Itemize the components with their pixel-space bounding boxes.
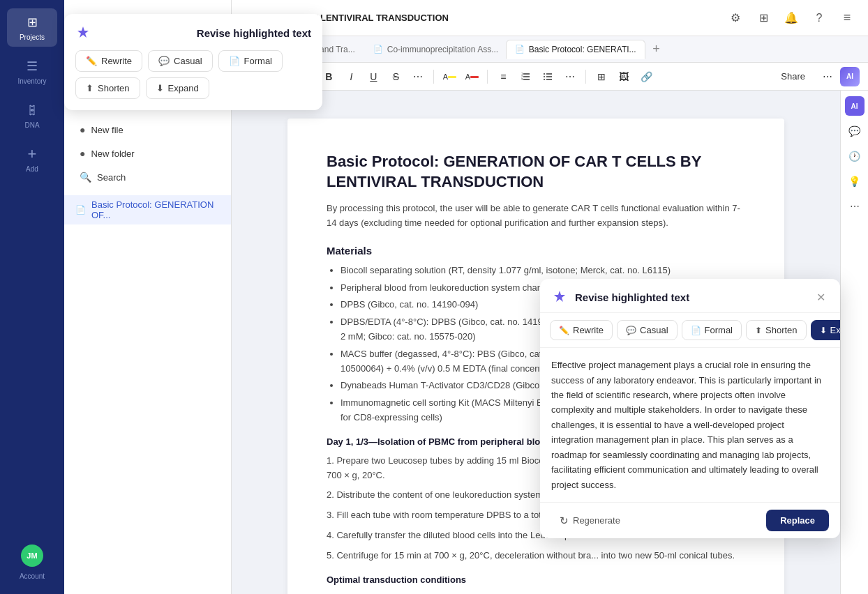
toolbar-divider-4 <box>585 70 586 84</box>
new-file-icon: ● <box>80 124 85 135</box>
new-file-label: New file <box>91 125 123 135</box>
optimal-heading: Optimal transduction conditions <box>327 574 745 585</box>
help-icon[interactable]: ? <box>809 8 829 28</box>
expand-icon-top: ⬇ <box>156 83 164 93</box>
revise-panel-title: Revise highlighted text <box>197 27 311 39</box>
shorten-dialog-button[interactable]: ⬆ Shorten <box>746 320 807 340</box>
more-right-icon[interactable]: ⋯ <box>845 197 865 216</box>
revise-dialog-title: Revise highlighted text <box>575 291 805 303</box>
italic-button[interactable]: I <box>341 67 361 86</box>
revise-dialog-text: Effective project management plays a cru… <box>551 358 829 492</box>
table-button[interactable]: ⊞ <box>592 67 611 86</box>
tab-3-icon: 📄 <box>515 45 525 54</box>
share-button[interactable]: Share <box>771 67 815 86</box>
image-button[interactable]: 🖼 <box>614 67 634 86</box>
expand-button-top[interactable]: ⬇ Expand <box>146 77 209 99</box>
rewrite-label-top: Rewrite <box>101 56 132 66</box>
projects-label: Projects <box>20 33 45 41</box>
ai-toolbar-button[interactable]: AI <box>840 67 860 86</box>
tab-2-label: Co-immunoprecipitation Ass... <box>387 45 498 54</box>
formal-dialog-icon: 📄 <box>691 326 701 335</box>
doc-title: Basic Protocol: GENERATION OF CAR T CELL… <box>327 152 745 192</box>
revise-dialog-ai-icon <box>551 289 568 305</box>
formal-dialog-label: Formal <box>705 325 733 335</box>
lightbulb-icon[interactable]: 💡 <box>845 172 865 191</box>
top-bar: CAR T CELLS BY LENTIVIRAL TRANSDUCTION ⚙… <box>232 0 868 36</box>
materials-heading: Materials <box>327 245 745 257</box>
casual-dialog-button[interactable]: 💬 Casual <box>617 320 677 340</box>
casual-label-top: Casual <box>174 56 202 66</box>
highlight-button[interactable]: A <box>440 67 459 86</box>
casual-button-top[interactable]: 💬 Casual <box>148 50 212 72</box>
shorten-icon-top: ⬆ <box>86 83 93 93</box>
sidebar-item-add[interactable]: + Add <box>7 140 57 178</box>
expand-dialog-button[interactable]: ⬇ Expand <box>811 320 840 340</box>
toolbar-divider-3 <box>487 70 488 84</box>
right-sidebar: AI 💬 🕐 💡 ⋯ <box>840 91 868 594</box>
svg-point-12 <box>544 79 545 80</box>
dna-icon <box>24 102 40 119</box>
tab-3-label: Basic Protocol: GENERATI... <box>529 45 636 54</box>
file-name: Basic Protocol: GENERATION OF... <box>91 199 220 220</box>
shorten-button-top[interactable]: ⬆ Shorten <box>75 77 140 99</box>
more-list-button[interactable]: ⋯ <box>560 67 580 86</box>
link-button[interactable]: 🔗 <box>636 67 656 86</box>
align-button[interactable]: ≡ <box>493 67 513 86</box>
add-tab-button[interactable]: + <box>647 40 666 59</box>
revise-dialog: Revise highlighted text ✕ ✏️ Rewrite 💬 C… <box>540 279 840 538</box>
formal-dialog-button[interactable]: 📄 Formal <box>682 320 742 340</box>
replace-button[interactable]: Replace <box>766 510 829 531</box>
account-label: Account <box>20 572 45 580</box>
strikethrough-button[interactable]: S <box>386 67 405 86</box>
inventory-icon: ☰ <box>24 58 40 75</box>
search-button[interactable]: 🔍 Search <box>73 167 223 187</box>
bell-icon[interactable]: 🔔 <box>781 8 801 28</box>
rewrite-dialog-icon: ✏️ <box>559 326 569 335</box>
rewrite-dialog-button[interactable]: ✏️ Rewrite <box>550 320 613 340</box>
rewrite-button-top[interactable]: ✏️ Rewrite <box>75 50 142 72</box>
revise-buttons-row-1: ✏️ Rewrite 💬 Casual 📄 Formal <box>75 50 311 72</box>
tab-2-icon: 📄 <box>373 45 383 54</box>
sidebar-item-projects[interactable]: ⊞ Projects <box>7 8 57 47</box>
ai-panel-icon[interactable]: AI <box>845 96 865 116</box>
more-options-button[interactable]: ⋯ <box>818 67 837 86</box>
expand-label-top: Expand <box>168 83 199 93</box>
history-icon[interactable]: 🕐 <box>845 146 865 166</box>
underline-button[interactable]: U <box>364 67 383 86</box>
file-actions: ● New file ● New folder 🔍 Search <box>64 112 231 195</box>
new-folder-button[interactable]: ● New folder <box>73 144 223 163</box>
inventory-label: Inventory <box>17 77 46 85</box>
svg-point-8 <box>544 73 545 75</box>
casual-dialog-icon: 💬 <box>626 326 636 335</box>
text-color-button[interactable]: A <box>462 67 481 86</box>
icon-sidebar: ⊞ Projects ☰ Inventory DNA + Add JM Acco… <box>0 0 64 594</box>
shorten-dialog-label: Shorten <box>765 325 798 335</box>
tabs-bar: 📄 ro Transcription and Tra... 📄 Co-immun… <box>232 36 868 63</box>
sidebar-item-dna[interactable]: DNA <box>7 96 57 135</box>
menu-icon[interactable]: ≡ <box>837 8 857 28</box>
settings-icon[interactable]: ⚙ <box>726 8 745 28</box>
expand-dialog-icon: ⬇ <box>820 326 827 335</box>
account-avatar[interactable]: JM <box>21 544 43 567</box>
close-dialog-button[interactable]: ✕ <box>812 289 829 305</box>
projects-icon: ⊞ <box>24 14 40 31</box>
more-text-button[interactable]: ⋯ <box>408 67 428 86</box>
revise-buttons-row-2: ⬆ Shorten ⬇ Expand <box>75 77 311 99</box>
regenerate-button[interactable]: ↻ Regenerate <box>551 510 629 531</box>
tab-3[interactable]: 📄 Basic Protocol: GENERATI... <box>506 40 645 59</box>
tab-2[interactable]: 📄 Co-immunoprecipitation Ass... <box>365 40 504 59</box>
sidebar-item-inventory[interactable]: ☰ Inventory <box>7 52 57 91</box>
list-ordered-button[interactable]: 123 <box>516 67 535 86</box>
file-tree-item[interactable]: 📄 Basic Protocol: GENERATION OF... <box>64 195 231 224</box>
chat-icon[interactable]: 💬 <box>845 121 865 141</box>
list-unordered-button[interactable] <box>538 67 558 86</box>
revise-panel-top: Revise highlighted text ✏️ Rewrite 💬 Cas… <box>64 14 322 110</box>
grid-icon[interactable]: ⊞ <box>754 8 773 28</box>
regen-icon: ↻ <box>560 515 569 527</box>
new-file-button[interactable]: ● New file <box>73 120 223 139</box>
regen-label: Regenerate <box>573 515 620 526</box>
add-label: Add <box>26 165 38 173</box>
casual-dialog-label: Casual <box>640 325 668 335</box>
formal-button-top[interactable]: 📄 Formal <box>218 50 283 72</box>
revise-dialog-content: Effective project management plays a cru… <box>540 348 840 502</box>
